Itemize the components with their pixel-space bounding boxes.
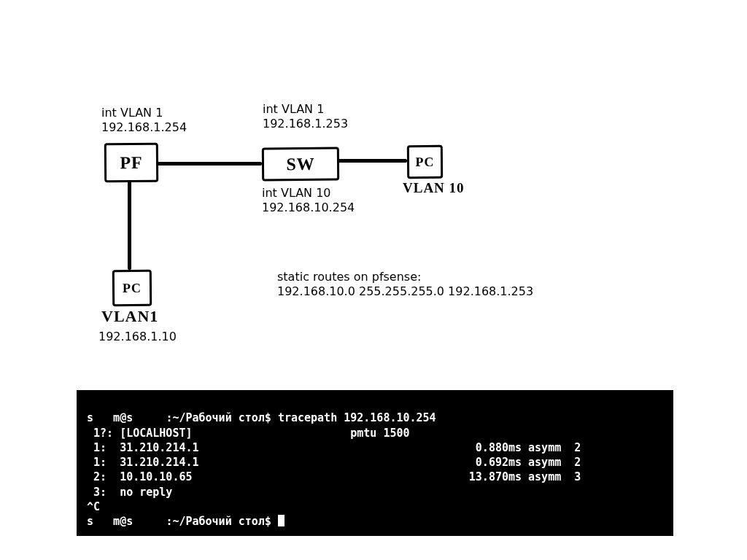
term-prompt1-user: s m@s <box>87 411 166 424</box>
pc-vlan1-node-text: PC <box>123 280 142 295</box>
term-cmd: tracepath 192.168.10.254 <box>278 411 436 424</box>
terminal-cursor-icon <box>278 515 285 526</box>
term-line-1: 1: 31.210.214.1 0.880ms asymm 2 <box>87 441 581 454</box>
pc-vlan1-node: PC <box>112 270 152 306</box>
sw-vlan1-label: int VLAN 1 192.168.1.253 <box>263 102 348 131</box>
term-prompt1-path: :~/Рабочий стол$ <box>166 411 278 424</box>
pc2-vlan-label: VLAN 10 <box>403 179 465 197</box>
pfsense-node: PF <box>104 143 158 183</box>
term-line-3: 2: 10.10.10.65 13.870ms asymm 3 <box>87 470 581 483</box>
link-pf-pc1 <box>128 181 131 270</box>
static-routes-label: static routes on pfsense: 192.168.10.0 2… <box>277 270 533 299</box>
pc-vlan10-node: PC <box>407 145 443 179</box>
terminal-output: s m@s :~/Рабочий стол$ tracepath 192.168… <box>77 390 673 536</box>
pf-vlan1-label: int VLAN 1 192.168.1.254 <box>101 106 187 135</box>
pfsense-node-text: PF <box>120 152 143 172</box>
term-line-2: 1: 31.210.214.1 0.692ms asymm 2 <box>87 456 581 469</box>
term-break: ^C <box>87 500 100 513</box>
pc-vlan10-node-text: PC <box>415 154 434 169</box>
term-line-4: 3: no reply <box>87 486 172 499</box>
link-pf-sw <box>157 162 262 166</box>
pc1-vlan-label: VLAN1 <box>101 306 158 327</box>
term-prompt2-user: s m@s <box>87 515 166 528</box>
pc1-ip-label: 192.168.1.10 <box>98 330 177 344</box>
link-sw-pc2 <box>338 159 407 163</box>
sw-vlan10-label: int VLAN 10 192.168.10.254 <box>262 186 355 215</box>
switch-node: SW <box>262 147 339 182</box>
term-prompt2-path: :~/Рабочий стол$ <box>166 515 278 528</box>
term-line-0: 1?: [LOCALHOST] pmtu 1500 <box>87 427 410 440</box>
switch-node-text: SW <box>286 154 315 174</box>
